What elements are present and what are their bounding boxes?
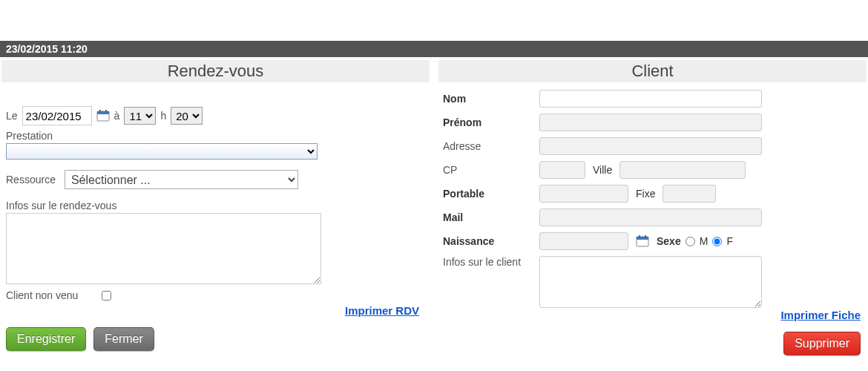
rdv-date-input[interactable] xyxy=(22,106,92,125)
cp-ville-group: Ville xyxy=(539,161,862,179)
sexe-m-radio[interactable] xyxy=(685,237,695,246)
nom-input[interactable] xyxy=(539,90,762,108)
client-notes-textarea[interactable] xyxy=(539,256,762,308)
client-body: Nom Prénom Adresse CP Ville Portable Fix… xyxy=(438,82,867,313)
sexe-m-label: M xyxy=(700,235,708,247)
client-title: Client xyxy=(438,60,867,82)
svg-rect-5 xyxy=(637,237,648,240)
sexe-group: Sexe M F xyxy=(657,235,733,247)
sexe-f-label: F xyxy=(726,235,733,247)
prestation-label: Prestation xyxy=(6,130,425,142)
ville-label: Ville xyxy=(593,164,612,176)
svg-rect-7 xyxy=(645,235,646,238)
mail-label: Mail xyxy=(443,211,539,223)
naissance-label: Naissance xyxy=(443,235,539,247)
naissance-input[interactable] xyxy=(539,232,628,250)
noshow-checkbox[interactable] xyxy=(102,291,111,301)
sexe-label: Sexe xyxy=(657,235,681,247)
ressource-row: Ressource Sélectionner ... xyxy=(6,170,425,189)
adresse-input[interactable] xyxy=(539,137,762,155)
cp-input[interactable] xyxy=(539,161,585,179)
nom-label: Nom xyxy=(443,93,539,105)
rdv-notes-textarea[interactable] xyxy=(6,213,321,284)
print-rdv-link[interactable]: Imprimer RDV xyxy=(345,304,419,317)
ville-input[interactable] xyxy=(619,161,746,179)
svg-rect-3 xyxy=(105,110,107,113)
prenom-label: Prénom xyxy=(443,116,539,128)
adresse-label: Adresse xyxy=(443,140,539,152)
calendar-icon[interactable] xyxy=(96,109,110,122)
print-client-link[interactable]: Imprimer Fiche xyxy=(780,309,861,321)
cp-label: CP xyxy=(443,164,539,176)
a-label: à xyxy=(114,110,120,122)
ressource-select[interactable]: Sélectionner ... xyxy=(65,170,298,189)
prenom-input[interactable] xyxy=(539,114,762,131)
client-footer: Imprimer Fiche Supprimer xyxy=(438,309,867,355)
mail-input[interactable] xyxy=(539,209,762,226)
naissance-sexe-group: Sexe M F xyxy=(539,232,862,250)
fixe-label: Fixe xyxy=(636,188,655,200)
prestation-block: Prestation xyxy=(6,130,425,160)
ressource-label: Ressource xyxy=(6,174,56,186)
rdv-print-row: Imprimer RDV xyxy=(6,304,425,317)
client-panel: Client Nom Prénom Adresse CP Ville Porta… xyxy=(438,60,867,357)
rdv-datetime-row: Le à 11 h 20 xyxy=(6,106,425,125)
prestation-select[interactable] xyxy=(6,143,318,160)
svg-rect-6 xyxy=(639,235,640,238)
topbar-datetime: 23/02/2015 11:20 xyxy=(6,43,88,55)
portable-input[interactable] xyxy=(539,185,628,203)
h-label: h xyxy=(160,110,166,122)
sexe-f-radio[interactable] xyxy=(712,237,722,246)
calendar-icon[interactable] xyxy=(636,234,649,248)
fixe-input[interactable] xyxy=(662,185,716,203)
client-grid: Nom Prénom Adresse CP Ville Portable Fix… xyxy=(443,90,862,310)
rdv-notes-label: Infos sur le rendez-vous xyxy=(6,200,425,211)
main: Rendez-vous Le à 11 h 20 Prestation Ress… xyxy=(0,57,868,357)
portable-fixe-group: Fixe xyxy=(539,185,862,203)
rdv-title: Rendez-vous xyxy=(1,60,430,82)
rdv-body: Le à 11 h 20 Prestation Ressource Sélect… xyxy=(1,82,430,327)
portable-label: Portable xyxy=(443,188,539,200)
svg-rect-1 xyxy=(97,111,109,114)
topbar: 23/02/2015 11:20 xyxy=(0,41,868,57)
rdv-notes-block: Infos sur le rendez-vous xyxy=(6,200,425,286)
delete-button[interactable]: Supprimer xyxy=(783,332,861,355)
client-notes-label: Infos sur le client xyxy=(443,256,539,268)
svg-rect-2 xyxy=(99,110,101,113)
hour-select[interactable]: 11 xyxy=(124,107,156,125)
save-button[interactable]: Enregistrer xyxy=(6,327,86,351)
close-button[interactable]: Fermer xyxy=(93,327,154,351)
rdv-panel: Rendez-vous Le à 11 h 20 Prestation Ress… xyxy=(1,60,430,357)
noshow-label: Client non venu xyxy=(6,289,78,301)
rdv-button-row: Enregistrer Fermer xyxy=(1,327,430,357)
minute-select[interactable]: 20 xyxy=(171,107,203,125)
le-label: Le xyxy=(6,110,18,122)
noshow-row: Client non venu xyxy=(6,289,425,301)
